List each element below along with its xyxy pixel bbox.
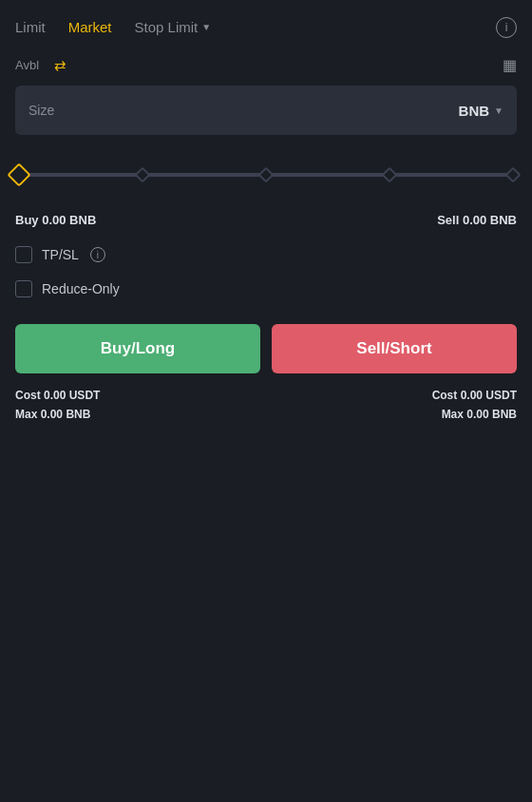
- buy-long-button[interactable]: Buy/Long: [15, 324, 260, 373]
- cost-max-right: Cost 0.00 USDT Max 0.00 BNB: [432, 389, 517, 421]
- tpsl-label: TP/SL: [42, 247, 79, 262]
- size-input-box[interactable]: Size BNB ▼: [15, 86, 517, 135]
- currency-value: BNB: [459, 103, 490, 119]
- sell-max-value: 0.00 BNB: [466, 408, 517, 421]
- info-icon: i: [505, 21, 508, 34]
- buy-max-label: Max: [15, 408, 37, 421]
- sell-short-button[interactable]: Sell/Short: [272, 324, 517, 373]
- buy-quantity-label: Buy 0.00 BNB: [15, 213, 96, 227]
- chevron-down-icon: ▼: [201, 22, 211, 32]
- buy-max-value: 0.00 BNB: [41, 408, 91, 421]
- balance-row: Avbl ⇄ ▦: [15, 56, 517, 74]
- checkbox-section: TP/SL i Reduce-Only: [15, 246, 517, 297]
- buy-cost-row: Cost 0.00 USDT: [15, 389, 100, 402]
- info-icon-button[interactable]: i: [496, 17, 517, 38]
- buy-max-row: Max 0.00 BNB: [15, 408, 100, 421]
- currency-selector[interactable]: BNB ▼: [459, 103, 504, 119]
- action-buttons: Buy/Long Sell/Short: [15, 324, 517, 373]
- trading-panel: Limit Market Stop Limit ▼ i Avbl ⇄ ▦ Siz…: [0, 0, 532, 802]
- buy-cost-label: Cost: [15, 389, 41, 402]
- tab-limit[interactable]: Limit: [15, 15, 46, 39]
- sell-max-row: Max 0.00 BNB: [442, 408, 517, 421]
- tpsl-info-icon[interactable]: i: [90, 247, 105, 262]
- slider-section: [15, 154, 517, 196]
- tpsl-checkbox[interactable]: [15, 246, 32, 263]
- tab-stop-limit[interactable]: Stop Limit ▼: [135, 19, 212, 35]
- buy-quantity-value: 0.00 BNB: [42, 213, 96, 227]
- buy-sell-quantity-row: Buy 0.00 BNB Sell 0.00 BNB: [15, 213, 517, 227]
- currency-chevron-icon: ▼: [494, 105, 504, 116]
- reduce-only-row: Reduce-Only: [15, 280, 517, 297]
- sell-max-label: Max: [442, 408, 464, 421]
- size-label: Size: [28, 103, 54, 118]
- balance-label: Avbl: [15, 58, 39, 72]
- tab-market[interactable]: Market: [68, 15, 112, 39]
- transfer-icon[interactable]: ⇄: [54, 57, 66, 74]
- slider-thumb[interactable]: [7, 162, 30, 186]
- sell-quantity-label: Sell 0.00 BNB: [437, 213, 517, 227]
- sell-cost-row: Cost 0.00 USDT: [432, 389, 517, 402]
- slider-tick-25[interactable]: [135, 167, 151, 183]
- reduce-only-label: Reduce-Only: [42, 281, 120, 296]
- reduce-only-checkbox[interactable]: [15, 280, 32, 297]
- cost-max-left: Cost 0.00 USDT Max 0.00 BNB: [15, 389, 100, 421]
- buy-cost-value: 0.00 USDT: [44, 389, 100, 402]
- sell-cost-label: Cost: [432, 389, 458, 402]
- slider-track[interactable]: [19, 173, 513, 177]
- tpsl-row: TP/SL i: [15, 246, 517, 263]
- sell-quantity-value: 0.00 BNB: [463, 213, 517, 227]
- cost-max-container: Cost 0.00 USDT Max 0.00 BNB Cost 0.00 US…: [15, 389, 517, 421]
- tab-row: Limit Market Stop Limit ▼ i: [15, 15, 517, 39]
- slider-tick-75[interactable]: [382, 167, 398, 183]
- calculator-icon[interactable]: ▦: [503, 56, 517, 74]
- tab-stop-limit-label: Stop Limit: [135, 19, 199, 35]
- slider-tick-100[interactable]: [505, 167, 522, 183]
- slider-tick-50[interactable]: [258, 167, 275, 183]
- sell-cost-value: 0.00 USDT: [461, 389, 517, 402]
